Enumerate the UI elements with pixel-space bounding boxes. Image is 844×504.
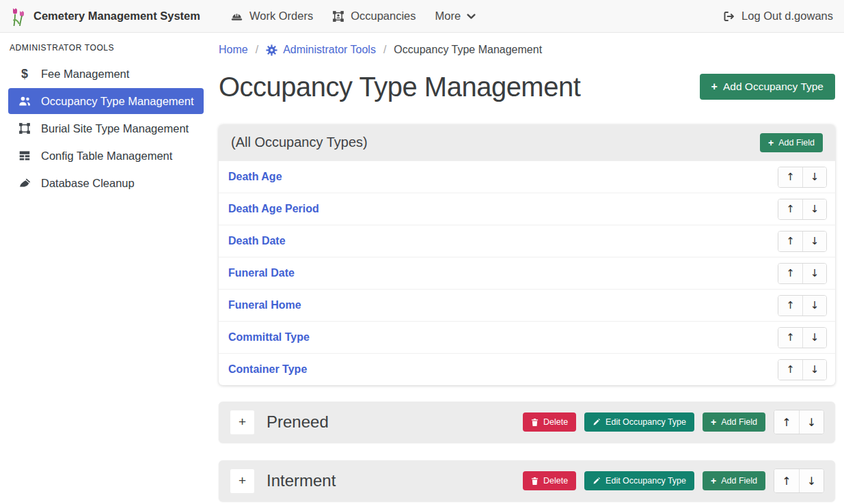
button-label: Add Field bbox=[721, 417, 757, 427]
primary-nav: Work Orders Occupancies More bbox=[221, 0, 485, 33]
sidebar-heading: ADMINISTRATOR TOOLS bbox=[10, 43, 202, 53]
field-row: Funeral Home ↑ ↓ bbox=[219, 289, 835, 321]
reorder-button-group: ↑ ↓ bbox=[778, 167, 827, 188]
move-up-button[interactable]: ↑ bbox=[774, 469, 799, 492]
sidebar-item-burial-site-type-management[interactable]: Burial Site Type Management bbox=[8, 115, 204, 141]
plus-icon: + bbox=[711, 476, 716, 486]
delete-button[interactable]: Delete bbox=[523, 412, 576, 432]
move-up-button[interactable]: ↑ bbox=[778, 232, 802, 251]
top-navbar: Cemetery Management System Work Orders bbox=[0, 0, 844, 33]
field-link-committal-type[interactable]: Committal Type bbox=[228, 331, 310, 344]
app-brand[interactable]: Cemetery Management System bbox=[11, 6, 200, 27]
field-link-death-age-period[interactable]: Death Age Period bbox=[228, 203, 319, 215]
table-icon bbox=[16, 150, 33, 161]
all-occupancy-types-card: (All Occupancy Types) + Add Field Death … bbox=[219, 124, 835, 385]
sidebar-item-label: Database Cleanup bbox=[41, 177, 135, 190]
sign-out-icon bbox=[722, 10, 735, 23]
nav-more[interactable]: More bbox=[426, 0, 486, 33]
breadcrumb-label: Administrator Tools bbox=[283, 44, 376, 56]
field-row: Container Type ↑ ↓ bbox=[219, 353, 835, 385]
move-down-button[interactable]: ↓ bbox=[802, 328, 826, 348]
nav-label: Occupancies bbox=[351, 10, 416, 23]
delete-button[interactable]: Delete bbox=[523, 471, 576, 490]
pencil-icon bbox=[593, 418, 601, 426]
logout-label: Log Out d.gowans bbox=[741, 10, 833, 23]
field-link-death-date[interactable]: Death Date bbox=[228, 235, 286, 247]
button-label: Add Field bbox=[778, 138, 815, 148]
breadcrumb-separator: / bbox=[383, 44, 386, 56]
hard-hat-icon bbox=[230, 10, 243, 22]
move-up-button[interactable]: ↑ bbox=[778, 199, 802, 219]
broom-icon bbox=[16, 178, 33, 189]
sidebar-item-fee-management[interactable]: $ Fee Management bbox=[8, 61, 204, 87]
pencil-icon bbox=[593, 477, 601, 485]
add-field-button[interactable]: + Add Field bbox=[760, 133, 823, 152]
move-down-button[interactable]: ↓ bbox=[802, 296, 826, 316]
button-label: Delete bbox=[543, 417, 568, 427]
breadcrumb-separator: / bbox=[256, 44, 258, 56]
edit-occupancy-type-button[interactable]: Edit Occupancy Type bbox=[584, 412, 694, 432]
section-title: Interment bbox=[267, 471, 523, 490]
admin-tools-sidebar: ADMINISTRATOR TOOLS $ Fee Management Occ… bbox=[0, 33, 212, 197]
move-down-button[interactable]: ↓ bbox=[802, 232, 826, 251]
vector-square-icon bbox=[16, 122, 33, 135]
users-icon bbox=[16, 96, 33, 107]
edit-occupancy-type-button[interactable]: Edit Occupancy Type bbox=[584, 471, 694, 490]
plus-icon: + bbox=[711, 417, 716, 427]
move-down-button[interactable]: ↓ bbox=[802, 360, 826, 380]
move-up-button[interactable]: ↑ bbox=[778, 328, 802, 348]
occupancy-type-section-preneed: + Preneed Delete Edit bbox=[219, 402, 835, 443]
reorder-button-group: ↑ ↓ bbox=[778, 327, 827, 348]
main-content: Home / Administrator Tools / Occupanc bbox=[219, 33, 835, 501]
page-header: Occupancy Type Management + Add Occupanc… bbox=[219, 67, 835, 107]
move-down-button[interactable]: ↓ bbox=[802, 167, 826, 187]
add-field-button[interactable]: + Add Field bbox=[703, 412, 765, 432]
sidebar-item-label: Burial Site Type Management bbox=[41, 122, 189, 135]
move-down-button[interactable]: ↓ bbox=[802, 199, 826, 219]
breadcrumb-administrator-tools[interactable]: Administrator Tools bbox=[266, 44, 376, 56]
sidebar-item-occupancy-type-management[interactable]: Occupancy Type Management bbox=[8, 88, 204, 114]
section-title: Preneed bbox=[267, 412, 523, 432]
plus-icon: + bbox=[711, 81, 718, 92]
trash-icon bbox=[531, 477, 539, 486]
all-occupancy-types-header: (All Occupancy Types) + Add Field bbox=[219, 124, 835, 160]
field-link-funeral-date[interactable]: Funeral Date bbox=[228, 267, 295, 279]
nav-label: More bbox=[435, 10, 461, 23]
button-label: Delete bbox=[543, 476, 568, 486]
section-actions: Delete Edit Occupancy Type + Add Field ↑… bbox=[523, 468, 824, 493]
move-up-button[interactable]: ↑ bbox=[778, 167, 802, 187]
sidebar-item-label: Fee Management bbox=[41, 68, 129, 81]
move-down-button[interactable]: ↓ bbox=[799, 410, 823, 434]
field-row: Death Date ↑ ↓ bbox=[219, 225, 835, 257]
field-link-death-age[interactable]: Death Age bbox=[228, 171, 282, 183]
sidebar-item-database-cleanup[interactable]: Database Cleanup bbox=[8, 170, 204, 196]
move-up-button[interactable]: ↑ bbox=[774, 410, 799, 434]
move-up-button[interactable]: ↑ bbox=[778, 264, 802, 283]
move-up-button[interactable]: ↑ bbox=[778, 360, 802, 380]
button-label: Edit Occupancy Type bbox=[605, 476, 686, 486]
section-actions: Delete Edit Occupancy Type + Add Field ↑… bbox=[523, 410, 824, 434]
reorder-button-group: ↑ ↓ bbox=[778, 263, 827, 284]
breadcrumb-home[interactable]: Home bbox=[219, 44, 248, 56]
expand-button[interactable]: + bbox=[230, 410, 255, 435]
field-row: Death Age Period ↑ ↓ bbox=[219, 193, 835, 225]
sidebar-item-label: Config Table Management bbox=[41, 150, 172, 163]
logout-link[interactable]: Log Out d.gowans bbox=[722, 10, 833, 23]
nav-work-orders[interactable]: Work Orders bbox=[221, 0, 323, 33]
expand-button[interactable]: + bbox=[230, 468, 255, 494]
page-title: Occupancy Type Management bbox=[219, 72, 580, 102]
sidebar-item-config-table-management[interactable]: Config Table Management bbox=[8, 143, 204, 169]
add-field-button[interactable]: + Add Field bbox=[703, 471, 765, 490]
field-link-container-type[interactable]: Container Type bbox=[228, 363, 307, 376]
button-label: Add Occupancy Type bbox=[723, 81, 823, 93]
move-down-button[interactable]: ↓ bbox=[799, 469, 823, 492]
nav-occupancies[interactable]: Occupancies bbox=[323, 0, 425, 33]
field-link-funeral-home[interactable]: Funeral Home bbox=[228, 299, 301, 311]
sidebar-item-label: Occupancy Type Management bbox=[41, 95, 194, 108]
move-down-button[interactable]: ↓ bbox=[802, 264, 826, 283]
occupancy-type-section-interment: + Interment Delete Edi bbox=[219, 460, 835, 501]
move-up-button[interactable]: ↑ bbox=[778, 296, 802, 316]
trash-icon bbox=[531, 418, 539, 427]
add-occupancy-type-button[interactable]: + Add Occupancy Type bbox=[700, 74, 835, 100]
breadcrumb-label: Home bbox=[219, 44, 248, 56]
